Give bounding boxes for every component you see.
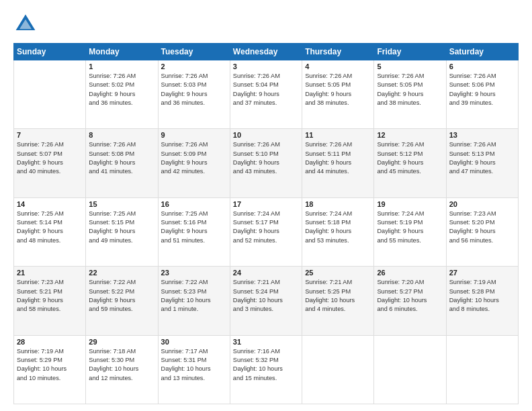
day-number-30: 30 xyxy=(161,338,227,346)
day-info-29: Sunrise: 7:18 AMSunset: 5:30 PMDaylight:… xyxy=(89,347,154,383)
day-number-9: 9 xyxy=(161,131,227,139)
week-row-0: 1Sunrise: 7:26 AMSunset: 5:02 PMDaylight… xyxy=(14,60,519,129)
day-cell-18: 18Sunrise: 7:24 AMSunset: 5:18 PMDayligh… xyxy=(302,197,374,266)
header-tuesday: Tuesday xyxy=(158,44,230,60)
day-info-17: Sunrise: 7:24 AMSunset: 5:17 PMDaylight:… xyxy=(233,210,299,245)
day-cell-3: 3Sunrise: 7:26 AMSunset: 5:04 PMDaylight… xyxy=(230,60,302,129)
day-info-5: Sunrise: 7:26 AMSunset: 5:05 PMDaylight:… xyxy=(377,72,443,107)
day-cell-24: 24Sunrise: 7:21 AMSunset: 5:24 PMDayligh… xyxy=(230,267,302,335)
day-cell-9: 9Sunrise: 7:26 AMSunset: 5:09 PMDaylight… xyxy=(158,129,230,197)
day-number-22: 22 xyxy=(89,269,154,277)
day-cell-22: 22Sunrise: 7:22 AMSunset: 5:22 PMDayligh… xyxy=(86,267,158,335)
day-info-13: Sunrise: 7:26 AMSunset: 5:13 PMDaylight:… xyxy=(449,140,515,176)
empty-cell xyxy=(374,335,446,404)
day-info-19: Sunrise: 7:24 AMSunset: 5:19 PMDaylight:… xyxy=(377,210,443,245)
empty-cell xyxy=(14,60,86,129)
day-cell-27: 27Sunrise: 7:19 AMSunset: 5:28 PMDayligh… xyxy=(446,267,518,335)
week-row-3: 21Sunrise: 7:23 AMSunset: 5:21 PMDayligh… xyxy=(14,267,519,335)
day-number-7: 7 xyxy=(17,131,83,139)
empty-cell xyxy=(446,335,518,404)
day-info-24: Sunrise: 7:21 AMSunset: 5:24 PMDaylight:… xyxy=(233,278,299,314)
day-number-19: 19 xyxy=(377,200,443,208)
logo xyxy=(13,12,40,36)
day-number-2: 2 xyxy=(161,62,227,71)
header-wednesday: Wednesday xyxy=(230,44,302,60)
calendar-table: SundayMondayTuesdayWednesdayThursdayFrid… xyxy=(13,43,519,404)
day-number-26: 26 xyxy=(377,269,443,277)
day-cell-8: 8Sunrise: 7:26 AMSunset: 5:08 PMDaylight… xyxy=(86,129,158,197)
day-number-23: 23 xyxy=(161,269,227,277)
day-cell-4: 4Sunrise: 7:26 AMSunset: 5:05 PMDaylight… xyxy=(302,60,374,129)
day-info-6: Sunrise: 7:26 AMSunset: 5:06 PMDaylight:… xyxy=(449,72,515,107)
day-cell-7: 7Sunrise: 7:26 AMSunset: 5:07 PMDaylight… xyxy=(14,129,86,197)
day-number-25: 25 xyxy=(305,269,371,277)
day-info-11: Sunrise: 7:26 AMSunset: 5:11 PMDaylight:… xyxy=(305,140,371,176)
day-number-4: 4 xyxy=(305,62,371,71)
day-number-24: 24 xyxy=(233,269,299,277)
day-info-2: Sunrise: 7:26 AMSunset: 5:03 PMDaylight:… xyxy=(161,72,227,107)
day-cell-15: 15Sunrise: 7:25 AMSunset: 5:15 PMDayligh… xyxy=(86,197,158,266)
day-number-11: 11 xyxy=(305,131,371,139)
day-cell-11: 11Sunrise: 7:26 AMSunset: 5:11 PMDayligh… xyxy=(302,129,374,197)
day-number-21: 21 xyxy=(17,269,83,277)
day-cell-17: 17Sunrise: 7:24 AMSunset: 5:17 PMDayligh… xyxy=(230,197,302,266)
day-cell-28: 28Sunrise: 7:19 AMSunset: 5:29 PMDayligh… xyxy=(14,335,86,404)
day-cell-21: 21Sunrise: 7:23 AMSunset: 5:21 PMDayligh… xyxy=(14,267,86,335)
day-number-3: 3 xyxy=(233,62,299,71)
day-info-15: Sunrise: 7:25 AMSunset: 5:15 PMDaylight:… xyxy=(89,210,154,245)
day-number-13: 13 xyxy=(449,131,515,139)
day-info-23: Sunrise: 7:22 AMSunset: 5:23 PMDaylight:… xyxy=(161,278,227,314)
day-number-29: 29 xyxy=(89,338,154,346)
day-info-20: Sunrise: 7:23 AMSunset: 5:20 PMDaylight:… xyxy=(449,210,515,245)
day-number-12: 12 xyxy=(377,131,443,139)
page: SundayMondayTuesdayWednesdayThursdayFrid… xyxy=(0,0,532,411)
day-number-16: 16 xyxy=(161,200,227,208)
day-cell-26: 26Sunrise: 7:20 AMSunset: 5:27 PMDayligh… xyxy=(374,267,446,335)
header-sunday: Sunday xyxy=(14,44,86,60)
day-info-12: Sunrise: 7:26 AMSunset: 5:12 PMDaylight:… xyxy=(377,140,443,176)
day-cell-30: 30Sunrise: 7:17 AMSunset: 5:31 PMDayligh… xyxy=(158,335,230,404)
day-cell-6: 6Sunrise: 7:26 AMSunset: 5:06 PMDaylight… xyxy=(446,60,518,129)
empty-cell xyxy=(302,335,374,404)
day-cell-1: 1Sunrise: 7:26 AMSunset: 5:02 PMDaylight… xyxy=(86,60,158,129)
day-number-1: 1 xyxy=(89,62,154,71)
day-info-16: Sunrise: 7:25 AMSunset: 5:16 PMDaylight:… xyxy=(161,210,227,245)
day-info-10: Sunrise: 7:26 AMSunset: 5:10 PMDaylight:… xyxy=(233,140,299,176)
day-cell-16: 16Sunrise: 7:25 AMSunset: 5:16 PMDayligh… xyxy=(158,197,230,266)
day-number-27: 27 xyxy=(449,269,515,277)
day-cell-14: 14Sunrise: 7:25 AMSunset: 5:14 PMDayligh… xyxy=(14,197,86,266)
day-number-20: 20 xyxy=(449,200,515,208)
day-cell-12: 12Sunrise: 7:26 AMSunset: 5:12 PMDayligh… xyxy=(374,129,446,197)
day-number-31: 31 xyxy=(233,338,299,346)
day-info-4: Sunrise: 7:26 AMSunset: 5:05 PMDaylight:… xyxy=(305,72,371,107)
day-number-18: 18 xyxy=(305,200,371,208)
day-cell-2: 2Sunrise: 7:26 AMSunset: 5:03 PMDaylight… xyxy=(158,60,230,129)
day-cell-10: 10Sunrise: 7:26 AMSunset: 5:10 PMDayligh… xyxy=(230,129,302,197)
day-info-9: Sunrise: 7:26 AMSunset: 5:09 PMDaylight:… xyxy=(161,140,227,176)
header-monday: Monday xyxy=(86,44,158,60)
day-info-26: Sunrise: 7:20 AMSunset: 5:27 PMDaylight:… xyxy=(377,278,443,314)
day-info-3: Sunrise: 7:26 AMSunset: 5:04 PMDaylight:… xyxy=(233,72,299,107)
day-number-17: 17 xyxy=(233,200,299,208)
day-number-6: 6 xyxy=(449,62,515,71)
day-number-28: 28 xyxy=(17,338,83,346)
day-cell-23: 23Sunrise: 7:22 AMSunset: 5:23 PMDayligh… xyxy=(158,267,230,335)
day-info-22: Sunrise: 7:22 AMSunset: 5:22 PMDaylight:… xyxy=(89,278,154,314)
day-cell-25: 25Sunrise: 7:21 AMSunset: 5:25 PMDayligh… xyxy=(302,267,374,335)
day-info-14: Sunrise: 7:25 AMSunset: 5:14 PMDaylight:… xyxy=(17,210,83,245)
day-info-25: Sunrise: 7:21 AMSunset: 5:25 PMDaylight:… xyxy=(305,278,371,314)
calendar-header-row: SundayMondayTuesdayWednesdayThursdayFrid… xyxy=(14,44,519,60)
week-row-1: 7Sunrise: 7:26 AMSunset: 5:07 PMDaylight… xyxy=(14,129,519,197)
week-row-2: 14Sunrise: 7:25 AMSunset: 5:14 PMDayligh… xyxy=(14,197,519,266)
day-info-21: Sunrise: 7:23 AMSunset: 5:21 PMDaylight:… xyxy=(17,278,83,314)
header-friday: Friday xyxy=(374,44,446,60)
day-cell-29: 29Sunrise: 7:18 AMSunset: 5:30 PMDayligh… xyxy=(86,335,158,404)
header-saturday: Saturday xyxy=(446,44,518,60)
day-number-10: 10 xyxy=(233,131,299,139)
header-thursday: Thursday xyxy=(302,44,374,60)
day-cell-19: 19Sunrise: 7:24 AMSunset: 5:19 PMDayligh… xyxy=(374,197,446,266)
day-cell-20: 20Sunrise: 7:23 AMSunset: 5:20 PMDayligh… xyxy=(446,197,518,266)
day-info-28: Sunrise: 7:19 AMSunset: 5:29 PMDaylight:… xyxy=(17,347,83,383)
day-cell-31: 31Sunrise: 7:16 AMSunset: 5:32 PMDayligh… xyxy=(230,335,302,404)
day-cell-13: 13Sunrise: 7:26 AMSunset: 5:13 PMDayligh… xyxy=(446,129,518,197)
